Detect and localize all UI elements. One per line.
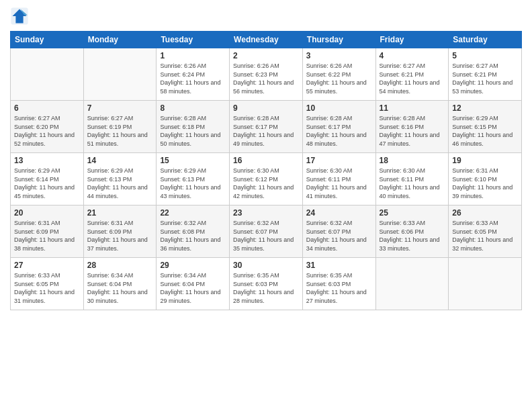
logo-icon	[10, 7, 29, 26]
calendar-cell: 24Sunrise: 6:32 AM Sunset: 6:07 PM Dayli…	[302, 205, 375, 258]
day-info: Sunrise: 6:31 AM Sunset: 6:09 PM Dayligh…	[87, 219, 153, 253]
day-info: Sunrise: 6:33 AM Sunset: 6:05 PM Dayligh…	[14, 271, 80, 305]
day-number: 5	[452, 51, 518, 60]
day-info: Sunrise: 6:27 AM Sunset: 6:19 PM Dayligh…	[87, 114, 153, 148]
day-number: 16	[233, 156, 299, 165]
calendar-week-row: 27Sunrise: 6:33 AM Sunset: 6:05 PM Dayli…	[11, 258, 522, 310]
day-info: Sunrise: 6:26 AM Sunset: 6:23 PM Dayligh…	[233, 62, 299, 95]
day-number: 30	[233, 261, 299, 270]
calendar-week-row: 6Sunrise: 6:27 AM Sunset: 6:20 PM Daylig…	[11, 101, 522, 153]
day-info: Sunrise: 6:35 AM Sunset: 6:03 PM Dayligh…	[306, 271, 372, 305]
weekday-header-thursday: Thursday	[302, 32, 375, 48]
calendar-cell: 30Sunrise: 6:35 AM Sunset: 6:03 PM Dayli…	[230, 258, 303, 310]
day-number: 3	[306, 51, 372, 60]
calendar-cell: 11Sunrise: 6:28 AM Sunset: 6:16 PM Dayli…	[375, 101, 449, 153]
header	[10, 7, 522, 26]
weekday-header-wednesday: Wednesday	[230, 32, 303, 48]
day-info: Sunrise: 6:31 AM Sunset: 6:10 PM Dayligh…	[452, 167, 518, 200]
weekday-header-tuesday: Tuesday	[157, 32, 230, 48]
day-info: Sunrise: 6:26 AM Sunset: 6:24 PM Dayligh…	[160, 62, 226, 95]
weekday-header-monday: Monday	[83, 32, 157, 48]
day-info: Sunrise: 6:29 AM Sunset: 6:13 PM Dayligh…	[87, 167, 153, 200]
day-number: 8	[160, 103, 226, 113]
day-number: 25	[380, 208, 445, 218]
day-number: 20	[14, 208, 80, 218]
day-number: 12	[452, 103, 518, 113]
day-info: Sunrise: 6:26 AM Sunset: 6:22 PM Dayligh…	[306, 62, 372, 95]
day-info: Sunrise: 6:29 AM Sunset: 6:15 PM Dayligh…	[452, 114, 518, 148]
day-info: Sunrise: 6:32 AM Sunset: 6:08 PM Dayligh…	[160, 219, 226, 253]
calendar-cell: 26Sunrise: 6:33 AM Sunset: 6:05 PM Dayli…	[449, 205, 522, 258]
day-info: Sunrise: 6:29 AM Sunset: 6:14 PM Dayligh…	[14, 167, 80, 200]
day-info: Sunrise: 6:27 AM Sunset: 6:20 PM Dayligh…	[14, 114, 80, 148]
calendar-cell: 6Sunrise: 6:27 AM Sunset: 6:20 PM Daylig…	[11, 101, 84, 153]
day-info: Sunrise: 6:28 AM Sunset: 6:18 PM Dayligh…	[160, 114, 226, 148]
day-info: Sunrise: 6:30 AM Sunset: 6:11 PM Dayligh…	[306, 167, 372, 200]
calendar-cell: 15Sunrise: 6:29 AM Sunset: 6:13 PM Dayli…	[157, 153, 230, 205]
day-number: 26	[452, 208, 518, 218]
calendar-header-row: SundayMondayTuesdayWednesdayThursdayFrid…	[11, 32, 522, 48]
day-number: 13	[14, 156, 80, 165]
calendar-cell: 19Sunrise: 6:31 AM Sunset: 6:10 PM Dayli…	[449, 153, 522, 205]
day-info: Sunrise: 6:28 AM Sunset: 6:17 PM Dayligh…	[306, 114, 372, 148]
weekday-header-sunday: Sunday	[11, 32, 84, 48]
day-number: 31	[306, 261, 372, 270]
day-number: 11	[380, 103, 445, 113]
day-info: Sunrise: 6:29 AM Sunset: 6:13 PM Dayligh…	[160, 167, 226, 200]
calendar-cell	[449, 258, 522, 310]
day-info: Sunrise: 6:34 AM Sunset: 6:04 PM Dayligh…	[87, 271, 153, 305]
day-number: 4	[380, 51, 445, 60]
day-number: 6	[14, 103, 80, 113]
calendar-cell: 5Sunrise: 6:27 AM Sunset: 6:21 PM Daylig…	[449, 48, 522, 101]
calendar-cell: 29Sunrise: 6:34 AM Sunset: 6:04 PM Dayli…	[157, 258, 230, 310]
weekday-header-saturday: Saturday	[449, 32, 522, 48]
calendar-cell: 25Sunrise: 6:33 AM Sunset: 6:06 PM Dayli…	[375, 205, 449, 258]
day-number: 17	[306, 156, 372, 165]
day-info: Sunrise: 6:28 AM Sunset: 6:17 PM Dayligh…	[233, 114, 299, 148]
calendar-cell: 22Sunrise: 6:32 AM Sunset: 6:08 PM Dayli…	[157, 205, 230, 258]
calendar-week-row: 13Sunrise: 6:29 AM Sunset: 6:14 PM Dayli…	[11, 153, 522, 205]
day-info: Sunrise: 6:31 AM Sunset: 6:09 PM Dayligh…	[14, 219, 80, 253]
day-number: 9	[233, 103, 299, 113]
calendar-cell: 4Sunrise: 6:27 AM Sunset: 6:21 PM Daylig…	[375, 48, 449, 101]
calendar-cell	[375, 258, 449, 310]
calendar-cell: 20Sunrise: 6:31 AM Sunset: 6:09 PM Dayli…	[11, 205, 84, 258]
calendar-cell: 12Sunrise: 6:29 AM Sunset: 6:15 PM Dayli…	[449, 101, 522, 153]
calendar-cell: 8Sunrise: 6:28 AM Sunset: 6:18 PM Daylig…	[157, 101, 230, 153]
day-info: Sunrise: 6:27 AM Sunset: 6:21 PM Dayligh…	[380, 62, 445, 95]
day-info: Sunrise: 6:33 AM Sunset: 6:05 PM Dayligh…	[452, 219, 518, 253]
logo	[10, 7, 32, 26]
day-info: Sunrise: 6:34 AM Sunset: 6:04 PM Dayligh…	[160, 271, 226, 305]
calendar-cell: 31Sunrise: 6:35 AM Sunset: 6:03 PM Dayli…	[302, 258, 375, 310]
day-number: 28	[87, 261, 153, 270]
day-number: 21	[87, 208, 153, 218]
day-number: 15	[160, 156, 226, 165]
day-number: 19	[452, 156, 518, 165]
day-info: Sunrise: 6:32 AM Sunset: 6:07 PM Dayligh…	[233, 219, 299, 253]
calendar-cell	[83, 48, 157, 101]
calendar-cell: 27Sunrise: 6:33 AM Sunset: 6:05 PM Dayli…	[11, 258, 84, 310]
day-info: Sunrise: 6:33 AM Sunset: 6:06 PM Dayligh…	[380, 219, 445, 253]
calendar-cell: 28Sunrise: 6:34 AM Sunset: 6:04 PM Dayli…	[83, 258, 157, 310]
day-number: 18	[380, 156, 445, 165]
weekday-header-friday: Friday	[375, 32, 449, 48]
calendar-cell: 23Sunrise: 6:32 AM Sunset: 6:07 PM Dayli…	[230, 205, 303, 258]
calendar-cell: 3Sunrise: 6:26 AM Sunset: 6:22 PM Daylig…	[302, 48, 375, 101]
page: SundayMondayTuesdayWednesdayThursdayFrid…	[0, 0, 532, 411]
calendar-cell: 18Sunrise: 6:30 AM Sunset: 6:11 PM Dayli…	[375, 153, 449, 205]
calendar-cell: 16Sunrise: 6:30 AM Sunset: 6:12 PM Dayli…	[230, 153, 303, 205]
day-info: Sunrise: 6:35 AM Sunset: 6:03 PM Dayligh…	[233, 271, 299, 305]
calendar-cell: 2Sunrise: 6:26 AM Sunset: 6:23 PM Daylig…	[230, 48, 303, 101]
calendar-cell: 9Sunrise: 6:28 AM Sunset: 6:17 PM Daylig…	[230, 101, 303, 153]
day-info: Sunrise: 6:30 AM Sunset: 6:11 PM Dayligh…	[380, 167, 445, 200]
day-number: 10	[306, 103, 372, 113]
day-number: 27	[14, 261, 80, 270]
day-number: 7	[87, 103, 153, 113]
calendar-cell: 10Sunrise: 6:28 AM Sunset: 6:17 PM Dayli…	[302, 101, 375, 153]
calendar-week-row: 1Sunrise: 6:26 AM Sunset: 6:24 PM Daylig…	[11, 48, 522, 101]
calendar-cell	[11, 48, 84, 101]
calendar-cell: 17Sunrise: 6:30 AM Sunset: 6:11 PM Dayli…	[302, 153, 375, 205]
day-number: 23	[233, 208, 299, 218]
day-number: 14	[87, 156, 153, 165]
calendar-cell: 1Sunrise: 6:26 AM Sunset: 6:24 PM Daylig…	[157, 48, 230, 101]
